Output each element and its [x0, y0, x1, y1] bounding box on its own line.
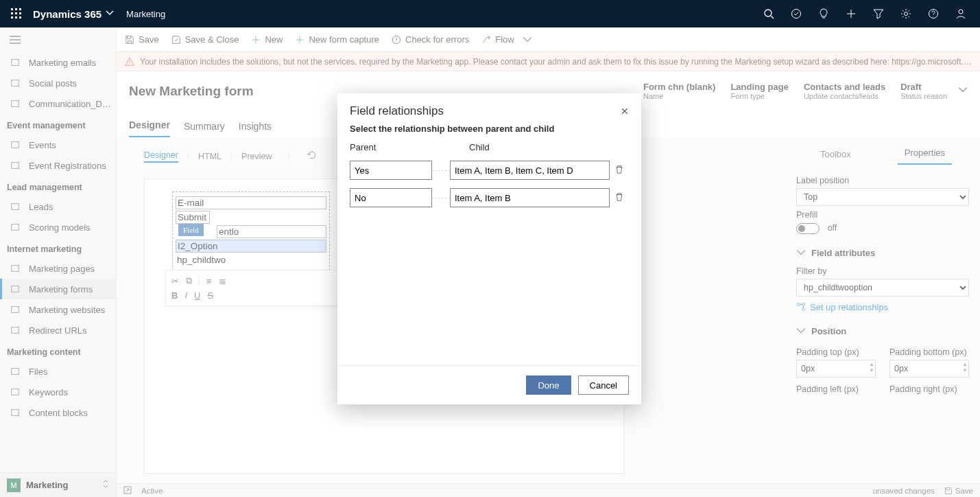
product-name[interactable]: Dynamics 365 — [33, 8, 101, 20]
global-top-bar: Dynamics 365 Marketing — [0, 0, 980, 27]
svg-rect-1 — [15, 8, 17, 10]
gear-icon[interactable] — [892, 0, 920, 27]
svg-point-11 — [792, 10, 801, 19]
child-input[interactable] — [450, 188, 610, 207]
relationship-row: ······ — [337, 184, 641, 207]
task-icon[interactable] — [782, 0, 810, 27]
help-icon[interactable] — [920, 0, 947, 27]
child-column-label: Child — [469, 142, 600, 152]
svg-rect-5 — [19, 12, 21, 14]
app-launcher-icon[interactable] — [5, 3, 27, 25]
delete-row-icon[interactable] — [610, 165, 629, 180]
search-icon[interactable] — [755, 0, 782, 27]
parent-column-label: Parent — [350, 142, 432, 152]
svg-rect-2 — [19, 8, 21, 10]
plus-icon[interactable] — [837, 0, 865, 27]
relationship-row: ······ — [337, 157, 641, 180]
relation-connector-icon: ······ — [432, 194, 450, 207]
dialog-title: Field relationships — [350, 104, 444, 118]
svg-point-14 — [959, 10, 963, 14]
svg-rect-8 — [19, 16, 21, 19]
done-button[interactable]: Done — [526, 375, 571, 395]
svg-point-12 — [905, 12, 908, 16]
close-icon[interactable]: ✕ — [621, 106, 629, 117]
field-relationships-dialog: Field relationships ✕ Select the relatio… — [337, 93, 641, 404]
relation-connector-icon: ······ — [432, 167, 450, 180]
svg-line-10 — [771, 16, 774, 19]
dialog-subtitle: Select the relationship between parent a… — [337, 124, 641, 134]
svg-point-9 — [765, 10, 772, 16]
svg-rect-6 — [11, 16, 13, 19]
lightbulb-icon[interactable] — [810, 0, 837, 27]
child-input[interactable] — [450, 161, 610, 180]
svg-rect-4 — [15, 12, 17, 14]
svg-rect-0 — [11, 8, 13, 10]
parent-input[interactable] — [350, 188, 432, 207]
svg-rect-7 — [15, 16, 17, 19]
delete-row-icon[interactable] — [610, 192, 629, 207]
parent-input[interactable] — [350, 161, 432, 180]
filter-icon[interactable] — [865, 0, 892, 27]
user-icon[interactable] — [947, 0, 975, 27]
svg-rect-3 — [11, 12, 13, 14]
chevron-down-icon[interactable] — [106, 8, 114, 20]
app-area-name[interactable]: Marketing — [126, 9, 165, 19]
cancel-button[interactable]: Cancel — [578, 375, 629, 395]
